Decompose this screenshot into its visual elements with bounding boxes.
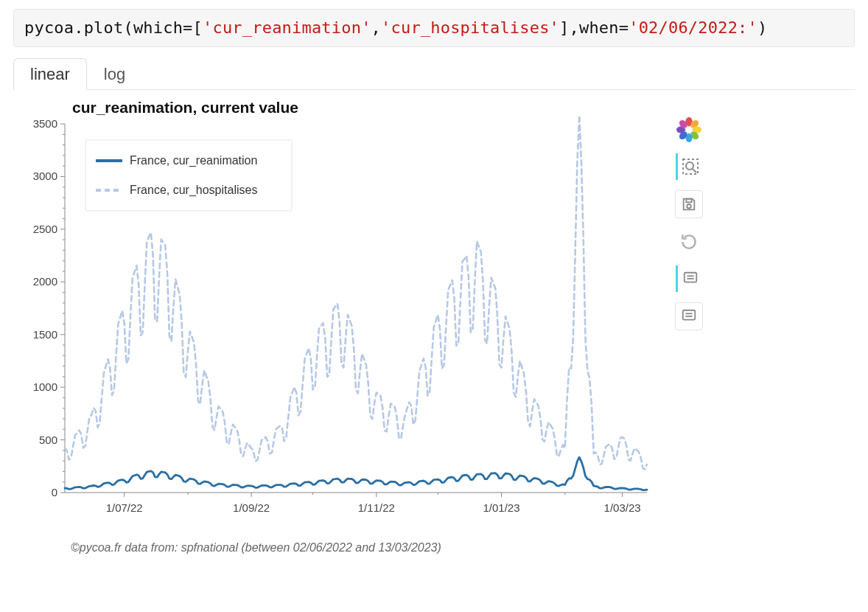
svg-point-61 bbox=[686, 162, 693, 170]
legend: France, cur_reanimationFrance, cur_hospi… bbox=[85, 140, 292, 211]
y-tick-label: 3500 bbox=[33, 117, 57, 130]
reset-icon[interactable] bbox=[676, 229, 702, 255]
x-tick-label: 1/07/22 bbox=[106, 501, 143, 514]
bokeh-logo[interactable] bbox=[676, 117, 702, 143]
code-token: ) bbox=[757, 18, 767, 37]
y-tick-label: 2000 bbox=[33, 275, 57, 288]
chart-title: cur_reanimation, current value bbox=[72, 99, 298, 117]
save-icon[interactable] bbox=[675, 190, 703, 218]
code-token: pycoa.plot(which=[ bbox=[24, 18, 203, 37]
plot-area: cur_reanimation, current value 050010001… bbox=[13, 96, 662, 538]
svg-line-62 bbox=[693, 169, 696, 173]
y-tick-label: 3000 bbox=[33, 170, 57, 182]
hover-icon[interactable] bbox=[676, 265, 703, 292]
svg-point-64 bbox=[687, 204, 691, 209]
code-string: 'cur_hospitalises' bbox=[381, 18, 559, 37]
svg-rect-63 bbox=[686, 198, 691, 202]
x-tick-label: 1/01/23 bbox=[483, 501, 519, 514]
svg-rect-47 bbox=[85, 140, 292, 211]
x-tick-label: 1/09/22 bbox=[233, 501, 270, 514]
svg-point-50 bbox=[685, 126, 693, 133]
code-token: , bbox=[371, 18, 381, 37]
y-tick-label: 1000 bbox=[33, 380, 57, 393]
y-tick-label: 0 bbox=[52, 486, 57, 498]
bokeh-toolbar bbox=[675, 117, 703, 330]
chart-caption: ©pycoa.fr data from: spfnational (betwee… bbox=[71, 541, 855, 554]
y-tick-label: 500 bbox=[39, 433, 57, 445]
scale-tab-bar: linear log bbox=[13, 58, 855, 90]
x-tick-label: 1/11/22 bbox=[358, 501, 395, 514]
y-tick-label: 1500 bbox=[33, 327, 57, 340]
box-zoom-icon[interactable] bbox=[676, 153, 703, 180]
chart-canvas[interactable]: 05001000150020002500300035001/07/221/09/… bbox=[13, 117, 654, 537]
tab-log[interactable]: log bbox=[87, 58, 142, 90]
x-tick-label: 1/03/23 bbox=[604, 501, 641, 514]
code-string: 'cur_reanimation' bbox=[203, 18, 371, 37]
svg-rect-68 bbox=[683, 310, 696, 319]
y-tick-label: 2500 bbox=[33, 223, 57, 235]
series-reanimation bbox=[65, 457, 647, 490]
code-string: '02/06/2022:' bbox=[629, 18, 757, 37]
code-token: ],when= bbox=[559, 18, 629, 37]
legend-label: France, cur_hospitalises bbox=[130, 184, 257, 197]
code-cell: pycoa.plot(which=['cur_reanimation','cur… bbox=[13, 9, 855, 47]
hover-icon[interactable] bbox=[675, 302, 703, 330]
tab-linear[interactable]: linear bbox=[13, 58, 87, 90]
legend-label: France, cur_reanimation bbox=[130, 154, 257, 167]
svg-rect-65 bbox=[684, 272, 696, 282]
